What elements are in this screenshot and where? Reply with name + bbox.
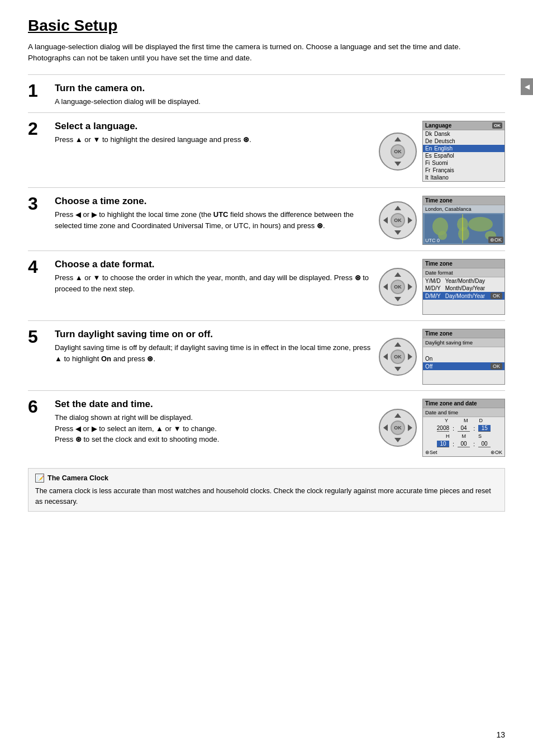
timezone-screen-title: Time zone [423,196,505,205]
lang-fr: FrFrançais [423,167,505,174]
svg-point-4 [458,227,469,240]
datetime-labels-hms: HMS [423,433,505,440]
step-4-body: Press ▲ or ▼ to choose the order in whic… [55,272,373,294]
dpad-left-s3 [383,217,388,224]
dpad-ok-s4: OK [391,280,405,294]
dpad-ok-s6: OK [391,420,405,435]
fmt-ymd: Y/M/DYear/Month/Day [423,277,505,285]
dt-hour: 10 [437,441,449,447]
svg-point-5 [468,217,493,231]
dt-second: 00 [478,441,491,447]
timezone-location: London, Casablanca [423,205,505,213]
fmt-dmy: D/M/YDay/Month/Year OK [423,292,505,300]
step-4-content: Choose a date format. Press ▲ or ▼ to ch… [55,259,373,294]
lang-es: EsEspañol [423,152,505,159]
step-3: 3 Choose a time zone. Press ◀ or ▶ to hi… [28,187,505,251]
note-title: 📝 The Camera Clock [35,473,498,484]
step-5-content: Turn daylight saving time on or off. Day… [55,329,373,364]
note-title-text: The Camera Clock [47,473,108,484]
dpad-down-s6 [394,438,401,442]
step-4-illustration: OK Time zone Date format Y/M/DYear/Month… [379,259,505,315]
step-1-number: 1 [28,82,55,100]
dateformat-screen: Time zone Date format Y/M/DYear/Month/Da… [422,259,505,315]
map-utc: UTC 0 [425,238,440,243]
step-5-title: Turn daylight saving time on or off. [55,329,373,340]
bookmark-tab: ◀ [521,78,533,95]
step-2-body: Press ▲ or ▼ to highlight the desired la… [55,134,373,145]
intro-text: A language-selection dialog will be disp… [28,41,505,64]
dateformat-screen-title: Time zone [423,259,505,268]
datetime-title: Time zone and date [423,399,505,408]
note-icon: 📝 [35,474,44,483]
datetime-subtitle: Date and time [423,408,505,417]
dpad-up-s4 [394,272,401,277]
dpad-ok-s3: OK [391,213,405,228]
dpad-ok: OK [391,144,405,159]
dst-ok-badge: OK [491,363,502,370]
step-5: 5 Turn daylight saving time on or off. D… [28,320,505,390]
dpad-step6: OK [379,409,417,447]
step-6-body: The dialog shown at right will be displa… [55,412,373,445]
dpad-left-s5 [383,353,388,360]
step-6-illustration: OK Time zone and date Date and time YMD … [379,399,505,457]
dpad-down-s3 [394,230,401,235]
step-3-title: Choose a time zone. [55,196,373,207]
dst-on: On [423,355,505,362]
dpad-step3: OK [379,201,417,239]
dt-set-label: ⊛Set [425,450,437,455]
dpad-step2: OK [379,133,417,171]
dpad-up-s6 [394,413,401,418]
step-1-body: A language-selection dialog will be disp… [55,96,505,107]
dpad-step5: OK [379,338,417,376]
dpad-ok-s5: OK [391,349,405,364]
timezone-screen: Time zone London, Casablanca [422,196,505,245]
dpad-up-s3 [394,206,401,210]
daylight-subtitle: Daylight saving time [423,338,505,347]
datetime-ymd-values: 2008 : 04 : 15 [423,424,505,433]
step-5-number: 5 [28,328,55,346]
lang-en: EnEnglish [423,145,505,152]
step-2-illustration: OK Language OK DkDansk DeDeutsch EnEngli… [379,121,505,182]
step-2-number: 2 [28,120,55,138]
daylight-screen: Time zone Daylight saving time On Off OK [422,329,505,385]
step-2-content: Select a language. Press ▲ or ▼ to highl… [55,121,373,145]
step-6-title: Set the date and time. [55,399,373,410]
step-3-body: Press ◀ or ▶ to highlight the local time… [55,209,373,231]
dt-minute: 00 [458,441,470,447]
datetime-screen: Time zone and date Date and time YMD 200… [422,399,505,457]
step-1-title: Turn the camera on. [55,83,505,94]
note-body: The camera clock is less accurate than m… [35,486,498,507]
dst-off: Off OK [423,362,505,370]
step-6: 6 Set the date and time. The dialog show… [28,390,505,462]
dpad-right-s3 [408,217,412,224]
lang-it: ItItaliano [423,174,505,181]
step-3-number: 3 [28,195,55,212]
lang-de: DeDeutsch [423,138,505,145]
dpad-up-s5 [394,342,401,347]
step-5-body: Daylight saving time is off by default; … [55,342,373,364]
daylight-title: Time zone [423,329,505,338]
step-4-title: Choose a date format. [55,259,373,270]
bookmark-icon: ◀ [525,83,530,91]
dpad-step4: OK [379,268,417,306]
dpad-right-s5 [408,353,412,360]
fmt-mdy: M/D/YMonth/Day/Year [423,285,505,292]
dpad-right-s4 [408,284,412,290]
dpad-down-s4 [394,297,401,301]
dpad-up [394,137,401,141]
dpad-right-s6 [408,424,412,431]
page-title: Basic Setup [28,17,505,35]
language-screen-title: Language OK [423,121,505,130]
step-4: 4 Choose a date format. Press ▲ or ▼ to … [28,251,505,320]
step-6-content: Set the date and time. The dialog shown … [55,399,373,445]
dpad-down [394,162,401,166]
step-6-number: 6 [28,398,55,415]
lang-ok-badge: OK [492,122,502,129]
dt-year: 2008 [437,425,449,432]
step-1-content: Turn the camera on. A language-selection… [55,83,505,107]
map-ok-badge: ⊛OK [488,237,503,243]
map-area: UTC 0 ⊛OK [423,213,505,244]
lang-fi: FiSuomi [423,159,505,167]
datetime-hms-values: 10 : 00 : 00 [423,440,505,448]
dpad-down-s5 [394,367,401,371]
